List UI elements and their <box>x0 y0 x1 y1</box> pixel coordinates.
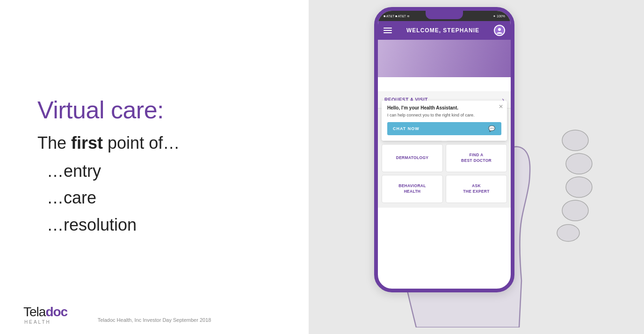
svg-point-1 <box>566 153 592 174</box>
service-tile-find-doctor[interactable]: FIND A BEST DOCTOR <box>446 144 507 172</box>
app-header: WELCOME, STEPHANIE <box>378 21 511 40</box>
phone-container: ■ AT&T ■ AT&T ≋ 9:41 AM ✦ 100% WELCOME, … <box>374 7 514 306</box>
logo-wordmark: Teladoc <box>23 305 67 319</box>
right-panel: ■ AT&T ■ AT&T ≋ 9:41 AM ✦ 100% WELCOME, … <box>309 0 644 334</box>
subtitle-suffix: point of… <box>103 133 180 152</box>
service-tile-ask-expert[interactable]: ASK THE EXPERT <box>446 175 507 203</box>
avatar[interactable] <box>494 25 505 36</box>
svg-point-2 <box>566 177 592 197</box>
close-icon[interactable]: ✕ <box>499 103 503 110</box>
logo-container: Teladoc HEALTH <box>23 305 67 325</box>
hamburger-line-2 <box>384 30 392 31</box>
logo-health: HEALTH <box>24 319 51 325</box>
svg-point-3 <box>562 200 588 221</box>
bullet-resolution: …resolution <box>37 211 281 239</box>
logo-tela: Tela <box>23 305 45 319</box>
service-tile-dermatology[interactable]: DERMATOLOGY <box>382 144 443 172</box>
left-panel: Virtual care: The first point of… …entry… <box>0 0 309 334</box>
service-tile-label: ASK THE EXPERT <box>463 183 489 195</box>
bullet-entry: …entry <box>37 158 281 185</box>
service-tile-label: DERMATOLOGY <box>396 155 429 161</box>
phone-content: ✕ Hello, I'm your Health Assistant. I ca… <box>378 40 511 289</box>
subtitle-bold: first <box>71 133 103 152</box>
chat-now-label: CHAT NOW <box>393 126 420 131</box>
chat-now-button[interactable]: CHAT NOW 💬 <box>387 122 501 135</box>
hamburger-icon[interactable] <box>384 28 392 33</box>
bullet-care: …care <box>37 184 281 211</box>
chat-bubble-icon: 💬 <box>488 125 496 132</box>
svg-point-4 <box>557 225 579 241</box>
logo-doc: doc <box>45 305 67 319</box>
status-battery: ✦ 100% <box>493 15 505 18</box>
slide-title: Virtual care: <box>37 96 281 124</box>
chat-popup-title: Hello, I'm your Health Assistant. <box>387 105 501 110</box>
app-header-title: WELCOME, STEPHANIE <box>392 27 494 34</box>
phone-shell: ■ AT&T ■ AT&T ≋ 9:41 AM ✦ 100% WELCOME, … <box>374 7 514 292</box>
svg-point-0 <box>562 130 588 151</box>
status-carrier: ■ AT&T ■ AT&T ≋ <box>384 15 410 18</box>
service-tile-label: FIND A BEST DOCTOR <box>461 152 492 164</box>
subtitle-prefix: The <box>37 133 71 152</box>
chat-popup: ✕ Hello, I'm your Health Assistant. I ca… <box>382 101 507 141</box>
slide-subtitle: The first point of… <box>37 133 281 153</box>
hamburger-line-1 <box>384 28 392 29</box>
svg-point-5 <box>498 28 501 31</box>
service-tile-behavioral-health[interactable]: BEHAVIORAL HEALTH <box>382 175 443 203</box>
service-tile-label: BEHAVIORAL HEALTH <box>398 183 426 195</box>
hamburger-line-3 <box>384 32 392 33</box>
phone-notch <box>426 11 463 19</box>
chat-popup-text: I can help connect you to the right kind… <box>387 112 501 118</box>
footer-text: Teladoc Health, Inc Investor Day Septemb… <box>98 317 211 323</box>
